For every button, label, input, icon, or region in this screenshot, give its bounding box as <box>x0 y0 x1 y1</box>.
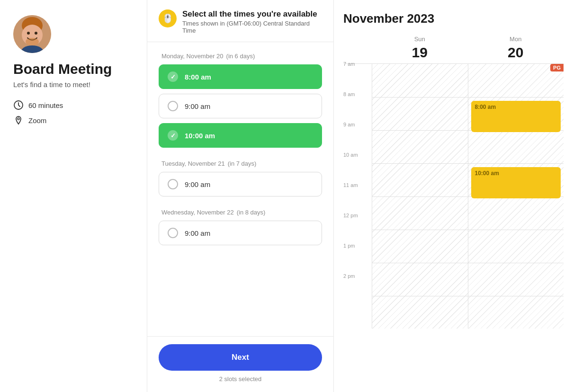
time-8am: 8 am <box>343 91 372 125</box>
time-slot-mon-8am[interactable]: ✓ 8:00 am <box>159 64 322 89</box>
hour-line-3 <box>372 163 468 164</box>
panel-footer: Next 2 slots selected <box>147 336 333 392</box>
day-section-tue: Tuesday, November 21(in 7 days) 9:00 am <box>159 159 322 196</box>
day-label-mon: Monday, November 20(in 6 days) <box>159 52 322 60</box>
sidebar: Board Meeting Let's find a time to meet!… <box>0 0 147 392</box>
hour-line-mon-1 <box>468 97 564 98</box>
cal-event-8am[interactable]: 8:00 am <box>471 101 561 132</box>
cal-event-8am-label: 8:00 am <box>475 104 496 110</box>
hour-line-mon-7 <box>468 296 564 296</box>
cal-day-sun: Sun 19 <box>372 36 468 61</box>
time-label-mon-8am: 8:00 am <box>185 73 211 81</box>
pg-badge: PG <box>550 64 564 71</box>
calendar-panel: November 2023 Sun 19 Mon 20 7 am 8 am 9 … <box>334 0 573 392</box>
next-button[interactable]: Next <box>159 344 322 371</box>
cursor-icon: 🖱️ <box>159 9 177 27</box>
cal-mon-num: 20 <box>508 45 523 60</box>
radio-tue-9am <box>168 179 178 189</box>
panel-header: 🖱️ Select all the times you're available… <box>147 0 333 42</box>
cal-col-mon: 8:00 am 10:00 am PG <box>468 64 564 329</box>
hour-line-mon-3 <box>468 163 564 164</box>
duration-label: 60 minutes <box>28 101 63 109</box>
svg-point-4 <box>35 32 37 35</box>
check-icon-10: ✓ <box>168 130 178 141</box>
location-item: Zoom <box>13 115 134 125</box>
time-11am: 11 am <box>343 182 372 215</box>
hour-line-mon-5 <box>468 230 564 230</box>
svg-point-3 <box>27 32 30 35</box>
hour-line-7 <box>372 296 468 296</box>
time-2pm: 2 pm <box>343 273 372 306</box>
time-1pm: 1 pm <box>343 243 372 276</box>
hour-line-5 <box>372 230 468 230</box>
cal-event-10am[interactable]: 10:00 am <box>471 167 561 198</box>
cal-mon-name: Mon <box>468 36 564 43</box>
hour-line-1 <box>372 97 468 98</box>
time-slot-mon-9am[interactable]: 9:00 am <box>159 94 322 118</box>
meeting-subtitle: Let's find a time to meet! <box>13 80 134 89</box>
hour-line-2 <box>372 130 468 131</box>
clock-icon <box>13 100 24 110</box>
calendar-body: 7 am 8 am 9 am 10 am 11 am 12 pm 1 pm 2 … <box>343 63 564 329</box>
slots-container: Monday, November 20(in 6 days) ✓ 8:00 am… <box>147 42 333 336</box>
time-12pm: 12 pm <box>343 213 372 246</box>
cal-day-mon: Mon 20 <box>468 36 564 61</box>
check-icon: ✓ <box>168 71 178 82</box>
calendar-header: Sun 19 Mon 20 <box>343 36 564 61</box>
cal-sun-name: Sun <box>372 36 468 43</box>
time-selection-panel: 🖱️ Select all the times you're available… <box>147 0 334 392</box>
time-10am: 10 am <box>343 152 372 185</box>
time-7am: 7 am <box>343 61 372 94</box>
header-title: Select all the times you're available <box>182 9 322 19</box>
time-label-mon-9am: 9:00 am <box>185 102 210 110</box>
cal-col-sun <box>372 64 468 329</box>
time-slot-mon-10am[interactable]: ✓ 10:00 am <box>159 123 322 148</box>
radio-wed-9am <box>168 228 178 238</box>
day-section-wed: Wednesday, November 22(in 8 days) 9:00 a… <box>159 208 322 245</box>
header-subtitle: Times shown in (GMT-06:00) Central Stand… <box>182 20 322 34</box>
avatar <box>13 15 51 53</box>
slots-selected-text: 2 slots selected <box>159 375 322 383</box>
location-label: Zoom <box>28 116 46 125</box>
time-slot-wed-9am[interactable]: 9:00 am <box>159 221 322 245</box>
time-label-wed-9am: 9:00 am <box>185 229 210 237</box>
meeting-title: Board Meeting <box>13 61 134 78</box>
hour-line-4 <box>372 196 468 197</box>
day-section-mon: Monday, November 20(in 6 days) ✓ 8:00 am… <box>159 52 322 148</box>
cal-sun-num: 19 <box>412 45 428 60</box>
time-slot-tue-9am[interactable]: 9:00 am <box>159 172 322 196</box>
svg-point-5 <box>26 38 39 45</box>
svg-point-8 <box>18 118 19 120</box>
calendar-title: November 2023 <box>343 11 564 26</box>
time-column: 7 am 8 am 9 am 10 am 11 am 12 pm 1 pm 2 … <box>343 64 372 329</box>
time-label-mon-10am: 10:00 am <box>185 132 215 140</box>
hour-line-mon-6 <box>468 263 564 263</box>
timezone-label <box>343 36 372 61</box>
cal-event-10am-label: 10:00 am <box>475 170 499 177</box>
header-text: Select all the times you're available Ti… <box>182 9 322 34</box>
day-label-wed: Wednesday, November 22(in 8 days) <box>159 208 322 216</box>
radio-mon-9am <box>168 101 178 111</box>
duration-item: 60 minutes <box>13 100 134 110</box>
day-label-tue: Tuesday, November 21(in 7 days) <box>159 159 322 167</box>
time-label-tue-9am: 9:00 am <box>185 180 210 188</box>
time-9am: 9 am <box>343 122 372 155</box>
hour-line-6 <box>372 263 468 263</box>
location-icon <box>13 115 24 125</box>
